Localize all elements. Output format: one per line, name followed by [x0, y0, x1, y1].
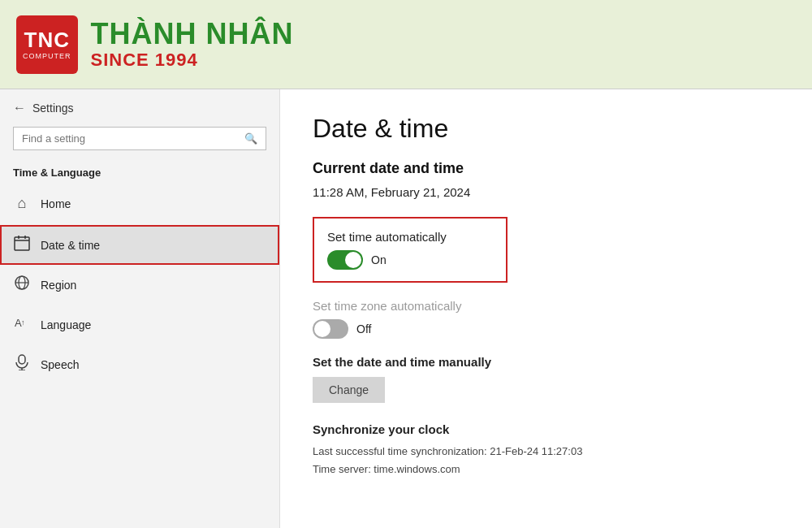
language-icon: A ↑ [13, 314, 31, 335]
sidebar-item-home[interactable]: ⌂ Home [0, 185, 279, 222]
set-timezone-state: Off [356, 322, 371, 335]
brand-name: THÀNH NHÂN [91, 18, 294, 50]
current-date-value: 11:28 AM, February 21, 2024 [313, 185, 780, 199]
set-timezone-toggle-row: Off [313, 319, 780, 339]
svg-text:↑: ↑ [21, 318, 25, 327]
home-icon: ⌂ [13, 195, 31, 212]
settings-label: Settings [32, 102, 74, 115]
settings-back-button[interactable]: ← Settings [0, 89, 279, 123]
logo-computer-text: COMPUTER [23, 52, 71, 60]
set-time-auto-state: On [371, 253, 387, 266]
search-icon: 🔍 [244, 132, 257, 145]
sidebar-section-title: Time & Language [0, 163, 279, 185]
set-manual-label: Set the date and time manually [313, 355, 780, 369]
set-time-auto-label: Set time automatically [327, 230, 493, 244]
brand-since: SINCE 1994 [91, 50, 294, 71]
main-layout: ← Settings 🔍 Time & Language ⌂ Home [0, 89, 812, 528]
search-input[interactable] [22, 132, 238, 145]
current-date-section: Current date and time 11:28 AM, February… [313, 160, 780, 199]
timezone-toggle-knob [314, 321, 330, 337]
logo-tnc-text: TNC [24, 29, 70, 50]
sidebar-label-region: Region [41, 279, 76, 292]
region-icon [13, 275, 31, 295]
header-bar: TNC COMPUTER THÀNH NHÂN SINCE 1994 [0, 0, 812, 89]
change-button[interactable]: Change [313, 377, 385, 403]
sync-title: Synchronize your clock [313, 422, 780, 436]
sidebar-item-language[interactable]: A ↑ Language [0, 305, 279, 344]
svg-rect-0 [15, 237, 29, 250]
set-timezone-section: Set time zone automatically Off [313, 299, 780, 339]
sidebar: ← Settings 🔍 Time & Language ⌂ Home [0, 89, 280, 528]
calendar-icon [13, 235, 31, 255]
current-date-heading: Current date and time [313, 160, 780, 177]
sidebar-item-date-time[interactable]: Date & time [0, 225, 279, 265]
toggle-knob [345, 252, 361, 268]
logo-box: TNC COMPUTER [16, 15, 78, 74]
set-timezone-label: Set time zone automatically [313, 299, 780, 313]
set-time-auto-toggle[interactable] [327, 250, 363, 270]
sync-last-info: Last successful time synchronization: 21… [313, 443, 780, 461]
sidebar-label-home: Home [41, 197, 71, 210]
back-arrow-icon: ← [13, 101, 26, 115]
sidebar-label-speech: Speech [41, 358, 79, 371]
sync-server-info: Time server: time.windows.com [313, 461, 780, 478]
sidebar-label-date-time: Date & time [41, 239, 100, 252]
set-time-auto-section: Set time automatically On [313, 217, 508, 283]
content-area: Date & time Current date and time 11:28 … [280, 89, 812, 528]
sidebar-item-speech[interactable]: Speech [0, 344, 279, 384]
page-title: Date & time [313, 114, 780, 144]
set-timezone-toggle[interactable] [313, 319, 348, 339]
search-box[interactable]: 🔍 [13, 127, 266, 150]
set-time-auto-toggle-row: On [327, 250, 493, 270]
set-manual-section: Set the date and time manually Change [313, 355, 780, 403]
sidebar-label-language: Language [41, 318, 91, 331]
sync-section: Synchronize your clock Last successful t… [313, 422, 780, 478]
svg-rect-9 [19, 355, 25, 364]
brand-info: THÀNH NHÂN SINCE 1994 [91, 18, 294, 71]
sidebar-item-region[interactable]: Region [0, 265, 279, 305]
speech-icon [13, 354, 31, 374]
